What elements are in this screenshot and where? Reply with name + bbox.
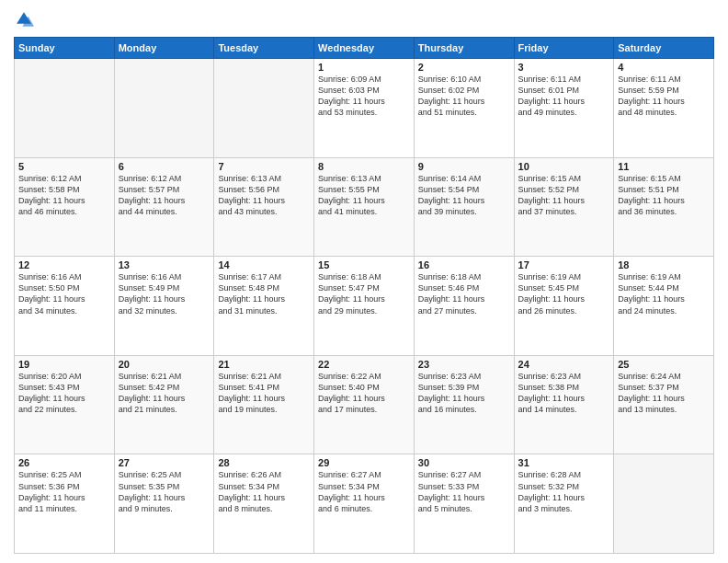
calendar-cell: 11Sunrise: 6:15 AM Sunset: 5:51 PM Dayli… [614, 157, 714, 257]
calendar-cell [214, 59, 314, 158]
calendar-cell: 17Sunrise: 6:19 AM Sunset: 5:45 PM Dayli… [514, 257, 614, 356]
day-number: 6 [119, 161, 210, 172]
day-number: 13 [119, 259, 210, 270]
day-number: 18 [618, 259, 710, 270]
calendar-cell: 25Sunrise: 6:24 AM Sunset: 5:37 PM Dayli… [614, 355, 714, 454]
calendar-cell: 14Sunrise: 6:17 AM Sunset: 5:48 PM Dayli… [214, 257, 314, 356]
calendar-table: SundayMondayTuesdayWednesdayThursdayFrid… [14, 37, 714, 554]
calendar-cell: 7Sunrise: 6:13 AM Sunset: 5:56 PM Daylig… [214, 157, 314, 257]
day-info: Sunrise: 6:18 AM Sunset: 5:46 PM Dayligh… [418, 271, 510, 316]
day-info: Sunrise: 6:13 AM Sunset: 5:56 PM Dayligh… [218, 173, 310, 218]
day-number: 4 [618, 62, 710, 73]
calendar-cell: 13Sunrise: 6:16 AM Sunset: 5:49 PM Dayli… [114, 257, 214, 356]
day-number: 20 [119, 359, 210, 370]
day-number: 3 [518, 62, 610, 73]
calendar-cell: 3Sunrise: 6:11 AM Sunset: 6:01 PM Daylig… [514, 59, 614, 158]
calendar-cell: 21Sunrise: 6:21 AM Sunset: 5:41 PM Dayli… [214, 355, 314, 454]
page: SundayMondayTuesdayWednesdayThursdayFrid… [0, 0, 728, 563]
day-info: Sunrise: 6:15 AM Sunset: 5:52 PM Dayligh… [518, 173, 610, 218]
day-info: Sunrise: 6:15 AM Sunset: 5:51 PM Dayligh… [618, 173, 710, 218]
day-info: Sunrise: 6:20 AM Sunset: 5:43 PM Dayligh… [18, 371, 110, 416]
day-info: Sunrise: 6:21 AM Sunset: 5:41 PM Dayligh… [218, 371, 310, 416]
calendar-cell [15, 59, 115, 158]
calendar-cell: 26Sunrise: 6:25 AM Sunset: 5:36 PM Dayli… [15, 454, 115, 554]
calendar-cell: 2Sunrise: 6:10 AM Sunset: 6:02 PM Daylig… [414, 59, 514, 158]
calendar-cell: 6Sunrise: 6:12 AM Sunset: 5:57 PM Daylig… [114, 157, 214, 257]
calendar-cell: 16Sunrise: 6:18 AM Sunset: 5:46 PM Dayli… [414, 257, 514, 356]
day-number: 29 [318, 457, 410, 468]
day-number: 14 [218, 259, 310, 270]
day-number: 16 [418, 259, 510, 270]
header [14, 9, 714, 29]
day-info: Sunrise: 6:12 AM Sunset: 5:58 PM Dayligh… [18, 173, 110, 218]
day-number: 31 [518, 457, 610, 468]
weekday-header-wednesday: Wednesday [314, 38, 415, 59]
calendar-week-2: 12Sunrise: 6:16 AM Sunset: 5:50 PM Dayli… [15, 257, 714, 356]
day-number: 1 [318, 62, 410, 73]
day-number: 26 [18, 457, 110, 468]
weekday-header-monday: Monday [114, 38, 214, 59]
calendar-cell: 4Sunrise: 6:11 AM Sunset: 5:59 PM Daylig… [614, 59, 714, 158]
calendar-cell: 5Sunrise: 6:12 AM Sunset: 5:58 PM Daylig… [15, 157, 115, 257]
day-info: Sunrise: 6:19 AM Sunset: 5:45 PM Dayligh… [518, 271, 610, 316]
day-info: Sunrise: 6:11 AM Sunset: 5:59 PM Dayligh… [618, 74, 710, 119]
day-number: 11 [618, 161, 710, 172]
day-info: Sunrise: 6:27 AM Sunset: 5:34 PM Dayligh… [318, 469, 410, 514]
day-info: Sunrise: 6:17 AM Sunset: 5:48 PM Dayligh… [218, 271, 310, 316]
day-info: Sunrise: 6:16 AM Sunset: 5:49 PM Dayligh… [119, 271, 210, 316]
calendar-cell: 24Sunrise: 6:23 AM Sunset: 5:38 PM Dayli… [514, 355, 614, 454]
weekday-header-sunday: Sunday [15, 38, 115, 59]
weekday-header-tuesday: Tuesday [214, 38, 314, 59]
logo [14, 9, 38, 29]
day-number: 21 [218, 359, 310, 370]
day-info: Sunrise: 6:09 AM Sunset: 6:03 PM Dayligh… [318, 74, 410, 119]
calendar-cell: 31Sunrise: 6:28 AM Sunset: 5:32 PM Dayli… [514, 454, 614, 554]
day-info: Sunrise: 6:24 AM Sunset: 5:37 PM Dayligh… [618, 371, 710, 416]
weekday-header-row: SundayMondayTuesdayWednesdayThursdayFrid… [15, 38, 714, 59]
day-number: 22 [318, 359, 410, 370]
calendar-cell: 15Sunrise: 6:18 AM Sunset: 5:47 PM Dayli… [314, 257, 415, 356]
day-number: 15 [318, 259, 410, 270]
day-number: 5 [18, 161, 110, 172]
calendar-week-3: 19Sunrise: 6:20 AM Sunset: 5:43 PM Dayli… [15, 355, 714, 454]
day-info: Sunrise: 6:28 AM Sunset: 5:32 PM Dayligh… [518, 469, 610, 514]
day-number: 7 [218, 161, 310, 172]
weekday-header-thursday: Thursday [414, 38, 514, 59]
day-info: Sunrise: 6:23 AM Sunset: 5:39 PM Dayligh… [418, 371, 510, 416]
day-info: Sunrise: 6:27 AM Sunset: 5:33 PM Dayligh… [418, 469, 510, 514]
day-number: 27 [119, 457, 210, 468]
calendar-cell: 20Sunrise: 6:21 AM Sunset: 5:42 PM Dayli… [114, 355, 214, 454]
calendar-cell: 18Sunrise: 6:19 AM Sunset: 5:44 PM Dayli… [614, 257, 714, 356]
day-number: 28 [218, 457, 310, 468]
calendar-cell: 30Sunrise: 6:27 AM Sunset: 5:33 PM Dayli… [414, 454, 514, 554]
day-number: 30 [418, 457, 510, 468]
day-info: Sunrise: 6:25 AM Sunset: 5:36 PM Dayligh… [18, 469, 110, 514]
day-number: 24 [518, 359, 610, 370]
calendar-week-4: 26Sunrise: 6:25 AM Sunset: 5:36 PM Dayli… [15, 454, 714, 554]
day-info: Sunrise: 6:25 AM Sunset: 5:35 PM Dayligh… [119, 469, 210, 514]
calendar-cell: 28Sunrise: 6:26 AM Sunset: 5:34 PM Dayli… [214, 454, 314, 554]
day-info: Sunrise: 6:26 AM Sunset: 5:34 PM Dayligh… [218, 469, 310, 514]
day-number: 8 [318, 161, 410, 172]
day-info: Sunrise: 6:12 AM Sunset: 5:57 PM Dayligh… [119, 173, 210, 218]
logo-icon [14, 9, 34, 29]
calendar-cell: 8Sunrise: 6:13 AM Sunset: 5:55 PM Daylig… [314, 157, 415, 257]
day-info: Sunrise: 6:22 AM Sunset: 5:40 PM Dayligh… [318, 371, 410, 416]
day-number: 9 [418, 161, 510, 172]
day-info: Sunrise: 6:23 AM Sunset: 5:38 PM Dayligh… [518, 371, 610, 416]
day-number: 12 [18, 259, 110, 270]
day-info: Sunrise: 6:13 AM Sunset: 5:55 PM Dayligh… [318, 173, 410, 218]
day-info: Sunrise: 6:16 AM Sunset: 5:50 PM Dayligh… [18, 271, 110, 316]
day-info: Sunrise: 6:19 AM Sunset: 5:44 PM Dayligh… [618, 271, 710, 316]
day-number: 17 [518, 259, 610, 270]
day-number: 19 [18, 359, 110, 370]
calendar-week-1: 5Sunrise: 6:12 AM Sunset: 5:58 PM Daylig… [15, 157, 714, 257]
day-number: 2 [418, 62, 510, 73]
calendar-cell: 29Sunrise: 6:27 AM Sunset: 5:34 PM Dayli… [314, 454, 415, 554]
calendar-cell: 19Sunrise: 6:20 AM Sunset: 5:43 PM Dayli… [15, 355, 115, 454]
day-info: Sunrise: 6:21 AM Sunset: 5:42 PM Dayligh… [119, 371, 210, 416]
calendar-cell: 27Sunrise: 6:25 AM Sunset: 5:35 PM Dayli… [114, 454, 214, 554]
calendar-cell: 23Sunrise: 6:23 AM Sunset: 5:39 PM Dayli… [414, 355, 514, 454]
day-info: Sunrise: 6:18 AM Sunset: 5:47 PM Dayligh… [318, 271, 410, 316]
day-info: Sunrise: 6:11 AM Sunset: 6:01 PM Dayligh… [518, 74, 610, 119]
